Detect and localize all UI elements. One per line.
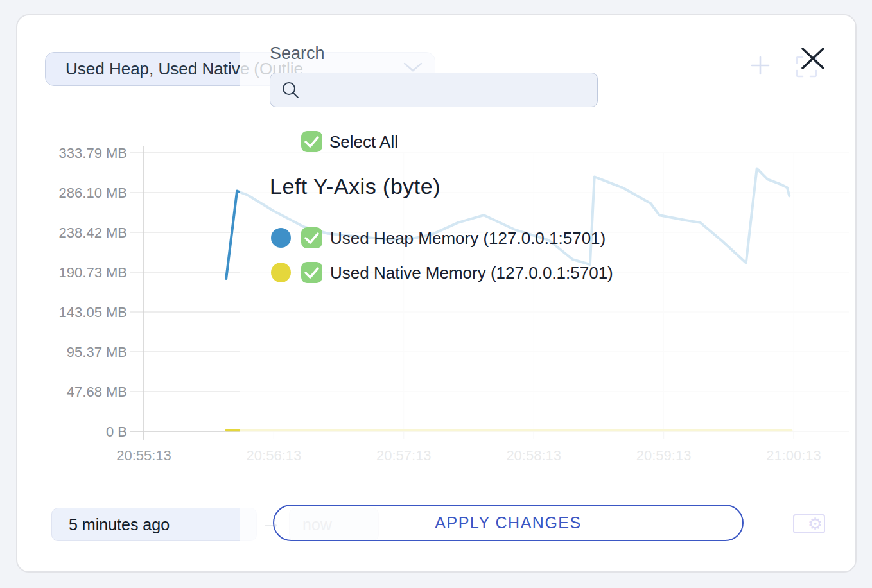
chart-widget-page: 333.79 MB286.10 MB238.42 MB190.73 MB143.… — [0, 0, 872, 588]
select-all-label: Select All — [329, 132, 398, 152]
svg-text:238.42 MB: 238.42 MB — [59, 225, 127, 241]
apply-changes-button[interactable]: APPLY CHANGES — [273, 505, 744, 541]
svg-text:47.68 MB: 47.68 MB — [67, 384, 127, 400]
search-input[interactable] — [270, 73, 598, 107]
search-label: Search — [270, 44, 325, 64]
close-icon[interactable] — [798, 45, 826, 72]
svg-text:0 B: 0 B — [106, 424, 127, 440]
search-icon — [281, 81, 301, 100]
select-all-checkbox[interactable] — [301, 131, 322, 152]
svg-text:20:55:13: 20:55:13 — [116, 447, 171, 463]
svg-text:190.73 MB: 190.73 MB — [59, 264, 127, 281]
series-color-dot-native — [271, 263, 291, 282]
svg-text:143.05 MB: 143.05 MB — [59, 304, 127, 320]
series-label-heap: Used Heap Memory (127.0.0.1:5701) — [330, 229, 606, 248]
svg-text:95.37 MB: 95.37 MB — [67, 344, 127, 360]
series-color-dot-heap — [271, 228, 291, 248]
series-label-native: Used Native Memory (127.0.0.1:5701) — [330, 263, 613, 283]
svg-text:286.10 MB: 286.10 MB — [59, 185, 127, 201]
time-from-input[interactable] — [51, 508, 257, 541]
series-checkbox-heap[interactable] — [301, 227, 322, 248]
series-checkbox-native[interactable] — [301, 262, 322, 283]
axis-group-heading: Left Y-Axis (byte) — [270, 174, 440, 199]
svg-text:333.79 MB: 333.79 MB — [59, 145, 127, 161]
